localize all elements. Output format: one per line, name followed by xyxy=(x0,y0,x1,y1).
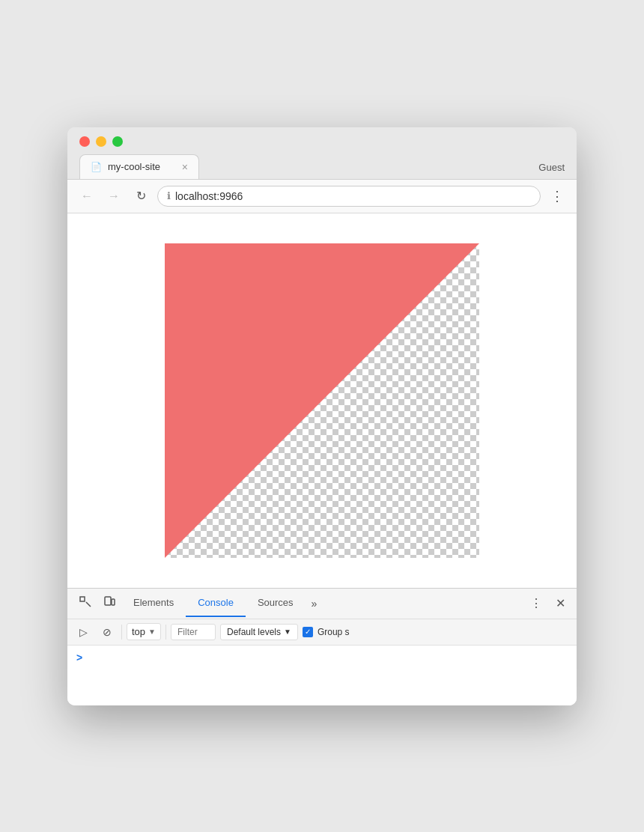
divider xyxy=(121,625,122,640)
tab-page-icon: 📄 xyxy=(91,162,102,172)
tab-bar: 📄 my-cool-site × Guest xyxy=(79,154,565,179)
toolbar: ← → ↻ ℹ localhost:9966 ⋮ xyxy=(67,180,577,213)
filter-input[interactable] xyxy=(171,624,216,640)
devtools-tab-console[interactable]: Console xyxy=(186,589,246,617)
tab-close-button[interactable]: × xyxy=(182,161,188,173)
levels-dropdown-arrow: ▼ xyxy=(284,628,291,636)
play-icon: ▷ xyxy=(79,626,88,638)
group-similar-label: Group s xyxy=(318,627,350,637)
svg-rect-2 xyxy=(105,597,111,605)
devtools-tab-elements[interactable]: Elements xyxy=(121,589,186,617)
devtools-more-options-button[interactable]: ⋮ xyxy=(526,593,547,614)
close-devtools-icon: ✕ xyxy=(556,596,565,610)
forward-icon: → xyxy=(108,189,120,203)
browser-tab[interactable]: 📄 my-cool-site × xyxy=(79,154,199,179)
prompt-arrow-icon: > xyxy=(76,652,82,664)
element-picker-icon xyxy=(79,596,91,611)
window-controls xyxy=(79,136,565,147)
svg-marker-0 xyxy=(165,243,479,558)
three-dots-icon: ⋮ xyxy=(530,596,542,610)
address-text: localhost:9966 xyxy=(175,190,531,202)
refresh-icon: ↻ xyxy=(136,189,146,203)
console-content[interactable]: > xyxy=(67,646,577,705)
minimize-window-button[interactable] xyxy=(96,136,106,147)
forward-button[interactable]: → xyxy=(103,186,124,207)
info-icon: ℹ xyxy=(167,190,171,201)
device-icon xyxy=(103,596,115,611)
new-tab-area xyxy=(202,155,229,179)
devtools-tab-sources[interactable]: Sources xyxy=(246,589,306,617)
close-devtools-button[interactable]: ✕ xyxy=(550,593,571,614)
console-prompt[interactable]: > xyxy=(76,652,568,664)
context-selector[interactable]: top ▼ xyxy=(127,623,161,640)
back-button[interactable]: ← xyxy=(76,186,97,207)
device-toolbar-button[interactable] xyxy=(97,589,121,619)
browser-menu-button[interactable]: ⋮ xyxy=(547,186,568,207)
tab-title: my-cool-site xyxy=(108,161,160,172)
browser-window: 📄 my-cool-site × Guest ← → ↻ ℹ localhost… xyxy=(67,127,577,705)
more-tabs-button[interactable]: » xyxy=(306,590,323,617)
console-toolbar: ▷ ⊘ top ▼ Default levels ▼ ✓ Group s xyxy=(67,619,577,646)
triangle-svg xyxy=(165,243,479,558)
block-icon-button[interactable]: ⊘ xyxy=(97,622,117,642)
svg-rect-1 xyxy=(80,597,85,601)
canvas-area xyxy=(165,243,479,558)
devtools-tab-bar: Elements Console Sources » ⋮ ✕ xyxy=(67,589,577,619)
block-icon: ⊘ xyxy=(103,626,112,638)
clear-console-button[interactable]: ▷ xyxy=(73,622,93,642)
context-dropdown-arrow: ▼ xyxy=(148,628,156,636)
checkmark-icon: ✓ xyxy=(305,628,311,636)
log-levels-button[interactable]: Default levels ▼ xyxy=(220,624,298,640)
maximize-window-button[interactable] xyxy=(112,136,123,147)
page-content xyxy=(67,213,577,588)
element-picker-button[interactable] xyxy=(73,589,97,619)
menu-dots-icon: ⋮ xyxy=(550,188,564,204)
group-similar-checkbox[interactable]: ✓ xyxy=(303,627,313,637)
guest-label: Guest xyxy=(538,162,565,179)
close-window-button[interactable] xyxy=(79,136,90,147)
svg-rect-3 xyxy=(112,599,115,605)
title-bar: 📄 my-cool-site × Guest xyxy=(67,127,577,180)
context-text: top xyxy=(132,626,145,637)
back-icon: ← xyxy=(81,189,93,203)
devtools-panel: Elements Console Sources » ⋮ ✕ ▷ xyxy=(67,588,577,705)
divider2 xyxy=(165,625,166,640)
levels-label: Default levels xyxy=(227,627,281,637)
address-bar[interactable]: ℹ localhost:9966 xyxy=(157,186,541,207)
refresh-button[interactable]: ↻ xyxy=(130,186,151,207)
devtools-actions: ⋮ ✕ xyxy=(526,593,571,614)
